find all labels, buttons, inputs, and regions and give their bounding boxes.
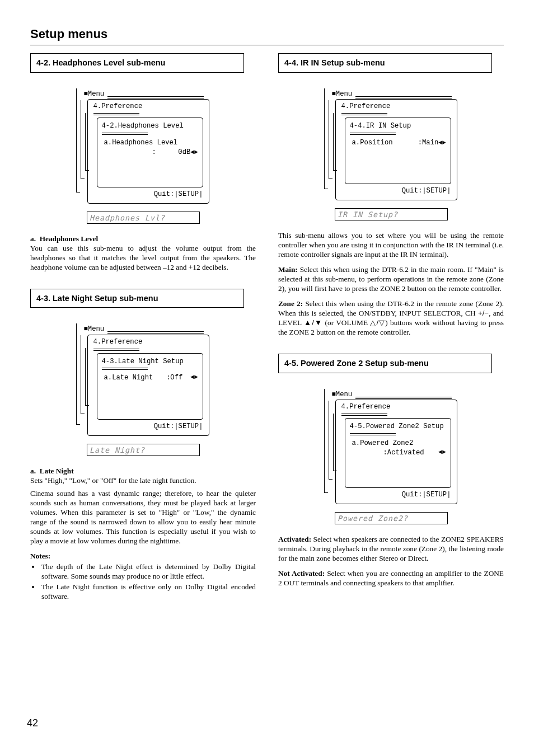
lcd-menu-icon: ■ xyxy=(84,325,88,333)
lcd-pref: 4.Preference xyxy=(341,102,451,112)
level-up-down-icon: ▲/▼ xyxy=(304,318,322,327)
lcd-4-5: ■Menu 4.Preference 4-5.Powered Zone2 Set… xyxy=(325,386,457,506)
page-number: 42 xyxy=(27,717,38,729)
lcd-item-a-line1: a.Powered Zone2 xyxy=(350,439,446,449)
lcd-item-a-val: 0dB xyxy=(178,148,190,156)
lcd-menu-icon: ■ xyxy=(84,90,88,98)
right-column: 4-4. IR IN Setup sub-menu ■Menu 4.Prefer… xyxy=(278,53,504,602)
zone2-option-4-4: Zone 2: Select this when using the DTR-6… xyxy=(278,299,504,337)
svg-text:Powered Zone2?: Powered Zone2? xyxy=(338,514,408,523)
page-title: Setup menus xyxy=(30,27,504,41)
lcd-item-a-label: a.Late Night xyxy=(104,373,153,383)
lcd-pref: 4.Preference xyxy=(341,402,451,412)
item-a-body-4-2: You can use this sub-menu to adjust the … xyxy=(30,243,256,272)
not-activated-option-4-5: Not Activated: Select when you are conne… xyxy=(278,569,504,588)
lcd-4-2-wrap: ■Menu 4.Preference 4-2.Headphones Level … xyxy=(30,85,256,224)
svg-text:IR IN Setup?: IR IN Setup? xyxy=(338,210,398,219)
lcd-item-a-label: a.Position xyxy=(352,138,393,148)
lcd-4-5-wrap: ■Menu 4.Preference 4-5.Powered Zone2 Set… xyxy=(278,386,504,524)
lcd-submenu: 4-5.Powered Zone2 Setup xyxy=(350,422,446,432)
lcd-pref: 4.Preference xyxy=(93,102,203,112)
lcd-menu-icon: ■ xyxy=(332,90,336,98)
lcd-4-4-wrap: ■Menu 4.Preference 4-4.IR IN Setup a.Pos… xyxy=(278,85,504,220)
notes-label: Notes: xyxy=(30,551,256,561)
item-a-heading-4-3: a. Late Night xyxy=(30,466,256,476)
lcd-submenu: 4-4.IR IN Setup xyxy=(350,121,446,132)
lcd-quit: Quit:|SETUP| xyxy=(341,488,451,500)
hr-top xyxy=(30,45,504,45)
lcd-4-4: ■Menu 4.Preference 4-4.IR IN Setup a.Pos… xyxy=(325,85,457,203)
lcd-menu-label: Menu xyxy=(336,391,352,398)
lcd-lr-arrows-icon: ◄► xyxy=(438,448,446,458)
lcd-menu-label: Menu xyxy=(88,325,104,333)
svg-text:Headphones Lvl?: Headphones Lvl? xyxy=(90,214,165,222)
lcd-item-a-colon: : xyxy=(152,148,156,158)
lcd-lr-arrows-icon: ◄► xyxy=(190,149,198,156)
section-4-2-heading: 4-2. Headphones Level sub-menu xyxy=(30,53,244,73)
notes-list: The depth of the Late Night effect is de… xyxy=(40,562,256,601)
section-4-3-heading: 4-3. Late Night Setup sub-menu xyxy=(30,289,244,308)
item-a-heading-4-2: a. Headphones Level xyxy=(30,234,256,243)
lcd-menu-label: Menu xyxy=(88,90,104,98)
left-column: 4-2. Headphones Level sub-menu ■Menu 4.P… xyxy=(30,53,256,602)
lcd-menu-icon: ■ xyxy=(332,391,336,398)
lcd-4-3: ■Menu 4.Preference 4-3.Late Night Setup … xyxy=(77,320,209,438)
columns: 4-2. Headphones Level sub-menu ■Menu 4.P… xyxy=(30,53,504,602)
lcd-item-a-line1: a.Headphones Level xyxy=(102,138,198,148)
activated-option-4-5: Activated: Select when speakers are conn… xyxy=(278,534,504,563)
note-item: The Late Night function is effective onl… xyxy=(40,582,256,601)
segment-display-4-4: IR IN Setup? xyxy=(335,208,448,220)
lcd-submenu: 4-2.Headphones Level xyxy=(102,121,198,132)
lcd-4-3-wrap: ■Menu 4.Preference 4-3.Late Night Setup … xyxy=(30,320,256,456)
lcd-lr-arrows-icon: ◄► xyxy=(190,373,198,383)
lcd-quit: Quit:|SETUP| xyxy=(341,184,451,196)
lcd-pref: 4.Preference xyxy=(93,337,203,348)
item-a-body1-4-3: Sets "High," "Low," or "Off" for the lat… xyxy=(30,476,256,485)
intro-4-4: This sub-menu allows you to set where yo… xyxy=(278,231,504,259)
lcd-4-2: ■Menu 4.Preference 4-2.Headphones Level … xyxy=(77,85,209,206)
lcd-submenu: 4-3.Late Night Setup xyxy=(102,357,198,367)
main-option-4-4: Main: Select this when using the DTR-6.2… xyxy=(278,265,504,293)
note-item: The depth of the Late Night effect is de… xyxy=(40,562,256,581)
item-a-body2-4-3: Cinema sound has a vast dynamic range; t… xyxy=(30,489,256,546)
segment-display-4-3: Late Night? xyxy=(87,444,200,456)
volume-up-down-icon: △/▽ xyxy=(370,318,385,327)
section-4-4-heading: 4-4. IR IN Setup sub-menu xyxy=(278,53,492,73)
ch-plus-minus-icon: +/− xyxy=(478,309,489,317)
segment-display-4-5: Powered Zone2? xyxy=(335,512,448,524)
lcd-item-a-val: :Main xyxy=(418,139,439,147)
lcd-lr-arrows-icon: ◄► xyxy=(438,139,446,146)
svg-text:Late Night?: Late Night? xyxy=(90,446,145,454)
lcd-quit: Quit:|SETUP| xyxy=(93,420,203,432)
lcd-menu-label: Menu xyxy=(336,90,352,98)
section-4-5-heading: 4-5. Powered Zone 2 Setup sub-menu xyxy=(278,354,492,373)
lcd-item-a-line2: :Activated xyxy=(383,448,424,458)
lcd-quit: Quit:|SETUP| xyxy=(93,187,203,200)
lcd-item-a-val: :Off xyxy=(166,373,182,383)
segment-display-4-2: Headphones Lvl? xyxy=(87,212,200,224)
